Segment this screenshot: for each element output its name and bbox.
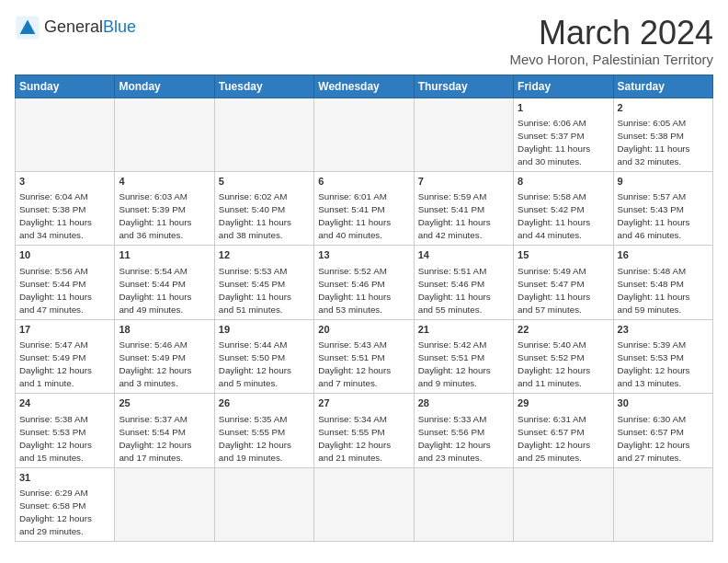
day-number: 21: [418, 323, 509, 337]
weekday-header-friday: Friday: [514, 75, 613, 98]
day-info: Sunrise: 5:52 AM Sunset: 5:46 PM Dayligh…: [318, 266, 391, 315]
day-info: Sunrise: 6:30 AM Sunset: 6:57 PM Dayligh…: [618, 414, 690, 463]
day-number: 29: [518, 396, 609, 410]
day-info: Sunrise: 6:01 AM Sunset: 5:41 PM Dayligh…: [318, 191, 391, 240]
calendar-body: 1Sunrise: 6:06 AM Sunset: 5:37 PM Daylig…: [16, 98, 713, 541]
calendar-cell: 29Sunrise: 6:31 AM Sunset: 6:57 PM Dayli…: [514, 394, 613, 467]
day-info: Sunrise: 5:37 AM Sunset: 5:54 PM Dayligh…: [119, 414, 191, 463]
calendar-cell: 22Sunrise: 5:40 AM Sunset: 5:52 PM Dayli…: [514, 319, 613, 393]
calendar-week-row: 31Sunrise: 6:29 AM Sunset: 6:58 PM Dayli…: [16, 467, 713, 541]
calendar-cell: 1Sunrise: 6:06 AM Sunset: 5:37 PM Daylig…: [514, 98, 613, 171]
day-info: Sunrise: 5:59 AM Sunset: 5:41 PM Dayligh…: [418, 191, 491, 240]
day-info: Sunrise: 6:02 AM Sunset: 5:40 PM Dayligh…: [219, 191, 291, 240]
day-number: 22: [518, 323, 609, 337]
calendar-cell: 19Sunrise: 5:44 AM Sunset: 5:50 PM Dayli…: [214, 319, 313, 393]
calendar-cell: [314, 467, 414, 541]
calendar-cell: 21Sunrise: 5:42 AM Sunset: 5:51 PM Dayli…: [414, 319, 513, 393]
day-number: 24: [19, 396, 110, 410]
day-number: 14: [418, 248, 509, 262]
day-info: Sunrise: 5:56 AM Sunset: 5:44 PM Dayligh…: [19, 266, 92, 315]
calendar-table: SundayMondayTuesdayWednesdayThursdayFrid…: [15, 75, 713, 542]
day-number: 10: [19, 248, 110, 262]
day-number: 7: [418, 175, 509, 189]
calendar-cell: [214, 98, 313, 171]
day-info: Sunrise: 5:34 AM Sunset: 5:55 PM Dayligh…: [318, 414, 391, 463]
month-title: March 2024: [510, 15, 713, 52]
day-number: 15: [518, 248, 609, 262]
weekday-header-thursday: Thursday: [414, 75, 513, 98]
calendar-cell: 9Sunrise: 5:57 AM Sunset: 5:43 PM Daylig…: [613, 171, 712, 245]
day-info: Sunrise: 5:44 AM Sunset: 5:50 PM Dayligh…: [219, 339, 291, 388]
day-number: 12: [219, 248, 310, 262]
calendar-cell: 6Sunrise: 6:01 AM Sunset: 5:41 PM Daylig…: [314, 171, 414, 245]
title-block: March 2024 Mevo Horon, Palestinian Terri…: [510, 15, 713, 67]
calendar-cell: [414, 467, 513, 541]
calendar-week-row: 24Sunrise: 5:38 AM Sunset: 5:53 PM Dayli…: [16, 394, 713, 467]
day-number: 18: [119, 323, 210, 337]
day-info: Sunrise: 5:39 AM Sunset: 5:53 PM Dayligh…: [618, 339, 690, 388]
calendar-cell: 7Sunrise: 5:59 AM Sunset: 5:41 PM Daylig…: [414, 171, 513, 245]
weekday-header-monday: Monday: [115, 75, 214, 98]
calendar-cell: 4Sunrise: 6:03 AM Sunset: 5:39 PM Daylig…: [115, 171, 214, 245]
calendar-week-row: 17Sunrise: 5:47 AM Sunset: 5:49 PM Dayli…: [16, 319, 713, 393]
day-info: Sunrise: 6:31 AM Sunset: 6:57 PM Dayligh…: [518, 414, 590, 463]
day-info: Sunrise: 5:35 AM Sunset: 5:55 PM Dayligh…: [219, 414, 291, 463]
day-number: 9: [618, 175, 709, 189]
weekday-header-saturday: Saturday: [613, 75, 712, 98]
calendar-week-row: 1Sunrise: 6:06 AM Sunset: 5:37 PM Daylig…: [16, 98, 713, 171]
day-info: Sunrise: 5:47 AM Sunset: 5:49 PM Dayligh…: [19, 339, 92, 388]
day-info: Sunrise: 5:49 AM Sunset: 5:47 PM Dayligh…: [518, 266, 590, 315]
calendar-cell: 24Sunrise: 5:38 AM Sunset: 5:53 PM Dayli…: [16, 394, 115, 467]
calendar-cell: [16, 98, 115, 171]
day-number: 20: [318, 323, 409, 337]
day-info: Sunrise: 5:54 AM Sunset: 5:44 PM Dayligh…: [119, 266, 191, 315]
calendar-cell: 15Sunrise: 5:49 AM Sunset: 5:47 PM Dayli…: [514, 246, 613, 319]
day-info: Sunrise: 5:40 AM Sunset: 5:52 PM Dayligh…: [518, 339, 590, 388]
day-info: Sunrise: 6:03 AM Sunset: 5:39 PM Dayligh…: [119, 191, 191, 240]
calendar-cell: [214, 467, 313, 541]
day-info: Sunrise: 6:05 AM Sunset: 5:38 PM Dayligh…: [618, 118, 690, 167]
day-info: Sunrise: 5:43 AM Sunset: 5:51 PM Dayligh…: [318, 339, 391, 388]
location-title: Mevo Horon, Palestinian Territory: [510, 52, 713, 67]
day-number: 23: [618, 323, 709, 337]
day-number: 13: [318, 248, 409, 262]
calendar-cell: [115, 467, 214, 541]
day-number: 16: [618, 248, 709, 262]
calendar-cell: 3Sunrise: 6:04 AM Sunset: 5:38 PM Daylig…: [16, 171, 115, 245]
day-number: 2: [618, 101, 709, 115]
calendar-week-row: 10Sunrise: 5:56 AM Sunset: 5:44 PM Dayli…: [16, 246, 713, 319]
calendar-week-row: 3Sunrise: 6:04 AM Sunset: 5:38 PM Daylig…: [16, 171, 713, 245]
day-info: Sunrise: 5:51 AM Sunset: 5:46 PM Dayligh…: [418, 266, 491, 315]
general-blue-logo-icon: [15, 15, 40, 40]
calendar-cell: 30Sunrise: 6:30 AM Sunset: 6:57 PM Dayli…: [613, 394, 712, 467]
calendar-cell: [314, 98, 414, 171]
calendar-cell: [613, 467, 712, 541]
day-info: Sunrise: 6:29 AM Sunset: 6:58 PM Dayligh…: [19, 488, 92, 536]
day-info: Sunrise: 5:46 AM Sunset: 5:49 PM Dayligh…: [119, 339, 191, 388]
calendar-cell: [514, 467, 613, 541]
day-number: 17: [19, 323, 110, 337]
weekday-header-sunday: Sunday: [16, 75, 115, 98]
day-number: 3: [19, 175, 110, 189]
calendar-cell: 14Sunrise: 5:51 AM Sunset: 5:46 PM Dayli…: [414, 246, 513, 319]
day-number: 8: [518, 175, 609, 189]
calendar-cell: 2Sunrise: 6:05 AM Sunset: 5:38 PM Daylig…: [613, 98, 712, 171]
day-number: 28: [418, 396, 509, 410]
logo: GeneralBlue: [15, 15, 136, 40]
weekday-header-tuesday: Tuesday: [214, 75, 313, 98]
day-info: Sunrise: 5:33 AM Sunset: 5:56 PM Dayligh…: [418, 414, 491, 463]
day-number: 19: [219, 323, 310, 337]
day-info: Sunrise: 6:04 AM Sunset: 5:38 PM Dayligh…: [19, 191, 92, 240]
calendar-cell: 10Sunrise: 5:56 AM Sunset: 5:44 PM Dayli…: [16, 246, 115, 319]
day-number: 4: [119, 175, 210, 189]
calendar-cell: 25Sunrise: 5:37 AM Sunset: 5:54 PM Dayli…: [115, 394, 214, 467]
calendar-cell: 23Sunrise: 5:39 AM Sunset: 5:53 PM Dayli…: [613, 319, 712, 393]
calendar-cell: [115, 98, 214, 171]
calendar-cell: 16Sunrise: 5:48 AM Sunset: 5:48 PM Dayli…: [613, 246, 712, 319]
svg-rect-2: [24, 27, 31, 34]
calendar-cell: 18Sunrise: 5:46 AM Sunset: 5:49 PM Dayli…: [115, 319, 214, 393]
calendar-cell: 31Sunrise: 6:29 AM Sunset: 6:58 PM Dayli…: [16, 467, 115, 541]
day-number: 11: [119, 248, 210, 262]
day-number: 27: [318, 396, 409, 410]
weekday-header-wednesday: Wednesday: [314, 75, 414, 98]
